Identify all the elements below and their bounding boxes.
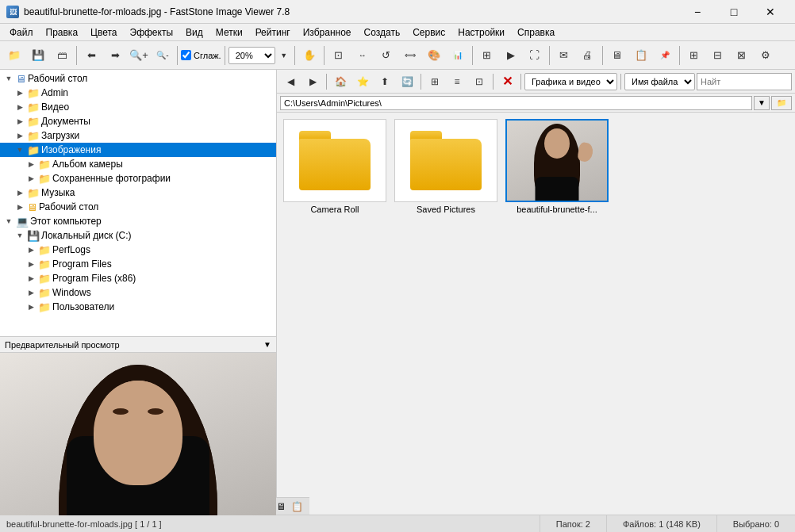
tb-save-button[interactable]: 💾 — [27, 44, 49, 67]
menu-item-help[interactable]: Справка — [511, 25, 561, 40]
preview-collapse-icon[interactable]: ▼ — [263, 340, 271, 349]
tb-zoom-dropdown-btn[interactable]: ▼ — [277, 44, 291, 67]
tb-open-button[interactable]: 📁 — [3, 44, 25, 67]
menu-item-view[interactable]: Вид — [179, 25, 209, 40]
expand-btn-music[interactable]: ▶ — [14, 187, 25, 198]
tb-move-button[interactable]: ✋ — [298, 44, 321, 67]
tree-item-video[interactable]: ▶📁Видео — [0, 100, 276, 114]
tb-wallpaper-button[interactable]: 🖥 — [606, 44, 628, 67]
address-go-button[interactable]: ▼ — [754, 96, 770, 110]
tb-grid-button[interactable]: ⊞ — [683, 44, 705, 67]
tree-item-docs[interactable]: ▶📁Документы — [0, 114, 276, 128]
nav-forward-button[interactable]: ▶ — [302, 72, 323, 91]
tree-item-program_files[interactable]: ▶📁Program Files — [0, 257, 276, 271]
tb-flip-button[interactable]: ⟺ — [399, 44, 421, 67]
expand-btn-admin[interactable]: ▶ — [14, 87, 25, 98]
tree-item-downloads[interactable]: ▶📁Загрузки — [0, 128, 276, 143]
tree-item-users[interactable]: ▶📁Пользователи — [0, 300, 276, 314]
thumb-saved-pictures[interactable]: Saved Pictures — [394, 119, 497, 214]
tb-view2-button[interactable]: ⊟ — [707, 44, 729, 67]
rt-view1-button[interactable]: ⊞ — [424, 72, 445, 91]
menu-item-favorites[interactable]: Избранное — [297, 25, 358, 40]
expand-btn-images[interactable]: ▼ — [14, 144, 25, 155]
filter-dropdown[interactable]: Графика и видео — [524, 73, 617, 90]
menu-item-service[interactable]: Сервис — [406, 25, 451, 40]
minimize-button[interactable]: − — [679, 0, 716, 24]
tb-email-button[interactable]: ✉ — [553, 44, 575, 67]
expand-btn-windows[interactable]: ▶ — [25, 287, 36, 298]
tree-item-music[interactable]: ▶📁Музыка — [0, 186, 276, 200]
rt-delete-button[interactable]: ✕ — [497, 72, 517, 91]
tb-rotate-button[interactable]: ↺ — [375, 44, 398, 67]
expand-btn-desktop2[interactable]: ▶ — [14, 201, 25, 212]
expand-btn-perflogs[interactable]: ▶ — [25, 244, 36, 255]
tb-fullscreen-button[interactable]: ⛶ — [524, 44, 546, 67]
copy-icon-btn[interactable]: 📋 — [290, 500, 303, 513]
monitor-icon-btn[interactable]: 🖥 — [275, 500, 287, 513]
expand-btn-program_files_x86[interactable]: ▶ — [25, 273, 36, 284]
zoom-dropdown[interactable]: 20%25%50%100% — [229, 47, 275, 64]
search-type-dropdown[interactable]: Имя файла — [624, 73, 695, 90]
tb-adjust-button[interactable]: 🎨 — [423, 44, 445, 67]
tb-view3-button[interactable]: ⊠ — [731, 44, 753, 67]
tb-save2-button[interactable]: 🗃 — [51, 44, 73, 67]
close-button[interactable]: ✕ — [752, 0, 789, 24]
search-input[interactable] — [697, 73, 792, 90]
tb-zoom-out-button[interactable]: 🔍- — [152, 44, 174, 67]
preview-header[interactable]: Предварительный просмотр ▼ — [0, 337, 276, 353]
expand-btn-saved_photos[interactable]: ▶ — [25, 173, 36, 184]
tree-item-perflogs[interactable]: ▶📁PerfLogs — [0, 243, 276, 257]
menu-item-file[interactable]: Файл — [3, 25, 40, 40]
tree-item-desktop2[interactable]: ▶🖥Рабочий стол — [0, 200, 276, 214]
expand-btn-docs[interactable]: ▶ — [14, 116, 25, 127]
expand-btn-desktop[interactable]: ▼ — [3, 73, 14, 84]
expand-btn-downloads[interactable]: ▶ — [14, 130, 25, 141]
smooth-checkbox[interactable]: Сглаж. — [181, 50, 221, 60]
tree-item-camera_roll[interactable]: ▶📁Альбом камеры — [0, 157, 276, 171]
tb-histogram-button[interactable]: 📊 — [447, 44, 469, 67]
menu-item-settings[interactable]: Настройки — [451, 25, 511, 40]
nav-back-button[interactable]: ◀ — [280, 72, 301, 91]
rt-home-button[interactable]: 🏠 — [330, 72, 351, 91]
menu-item-rating[interactable]: Рейтинг — [249, 25, 297, 40]
menu-item-colors[interactable]: Цвета — [84, 25, 123, 40]
rt-refresh-button[interactable]: 🔄 — [397, 72, 417, 91]
tree-item-desktop[interactable]: ▼🖥Рабочий стол — [0, 71, 276, 86]
tb-resize-button[interactable]: ↔ — [351, 44, 374, 67]
tree-item-saved_photos[interactable]: ▶📁Сохраненные фотографии — [0, 171, 276, 186]
address-input[interactable] — [280, 96, 752, 110]
tree-item-admin[interactable]: ▶📁Admin — [0, 86, 276, 100]
thumb-camera-roll[interactable]: Camera Roll — [283, 119, 386, 214]
tb-next-button[interactable]: ➡ — [104, 44, 126, 67]
menu-item-marks[interactable]: Метки — [209, 25, 249, 40]
tb-prev-button[interactable]: ⬅ — [80, 44, 102, 67]
address-browse-button[interactable]: 📁 — [771, 96, 792, 110]
tb-zoom-in-button[interactable]: 🔍+ — [128, 44, 150, 67]
tb-slideshow-button[interactable]: ▶ — [500, 44, 522, 67]
maximize-button[interactable]: □ — [716, 0, 752, 24]
expand-btn-local_disk[interactable]: ▼ — [14, 230, 25, 241]
expand-btn-program_files[interactable]: ▶ — [25, 258, 36, 270]
tree-item-windows[interactable]: ▶📁Windows — [0, 285, 276, 300]
expand-btn-camera_roll[interactable]: ▶ — [25, 159, 36, 170]
tb-crop-button[interactable]: ⊡ — [328, 44, 350, 67]
expand-btn-video[interactable]: ▶ — [14, 101, 25, 113]
smooth-check-input[interactable] — [181, 50, 191, 60]
tb-paste-button[interactable]: 📌 — [654, 44, 676, 67]
menu-item-edit[interactable]: Правка — [40, 25, 85, 40]
expand-btn-users[interactable]: ▶ — [25, 301, 36, 312]
rt-folder-up-button[interactable]: ⬆ — [374, 72, 395, 91]
tree-item-images[interactable]: ▼📁Изображения — [0, 143, 276, 157]
rt-view3-button[interactable]: ⊡ — [469, 72, 490, 91]
menu-item-create[interactable]: Создать — [358, 25, 407, 40]
tree-item-local_disk[interactable]: ▼💾Локальный диск (C:) — [0, 228, 276, 243]
tb-print-button[interactable]: 🖨 — [577, 44, 599, 67]
rt-view2-button[interactable]: ≡ — [447, 72, 467, 91]
menu-item-effects[interactable]: Эффекты — [124, 25, 180, 40]
tree-item-this_pc[interactable]: ▼💻Этот компьютер — [0, 214, 276, 228]
tb-compare-button[interactable]: ⊞ — [476, 44, 498, 67]
rt-bookmark-button[interactable]: ⭐ — [352, 72, 373, 91]
tree-item-program_files_x86[interactable]: ▶📁Program Files (x86) — [0, 271, 276, 285]
tb-settings-button[interactable]: ⚙ — [755, 44, 777, 67]
tb-copy-button[interactable]: 📋 — [630, 44, 652, 67]
